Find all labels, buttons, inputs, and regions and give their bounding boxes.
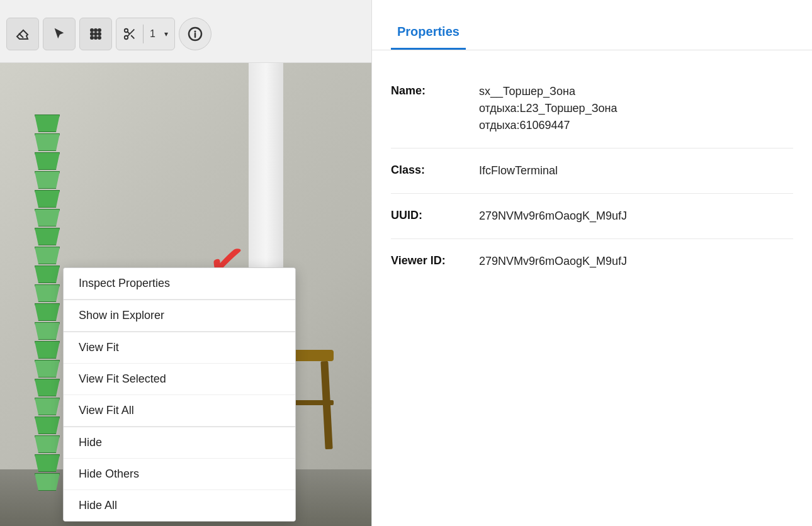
property-row-viewer-id: Viewer ID: 279NVMv9r6mOaogK_M9ufJ — [391, 239, 793, 284]
properties-panel: Properties Name: sx__Торшер_Зона отдыха:… — [371, 0, 812, 526]
svg-point-8 — [98, 36, 101, 39]
name-line2: отдыха:L23_Торшер_Зона — [479, 102, 617, 115]
property-row-uuid: UUID: 279NVMv9r6mOaogK_M9ufJ — [391, 194, 793, 239]
context-menu-item-view-fit[interactable]: View Fit — [64, 332, 295, 364]
context-menu-item-view-fit-all[interactable]: View Fit All — [64, 395, 295, 427]
context-menu-item-hide-others[interactable]: Hide Others — [64, 459, 295, 490]
info-button[interactable] — [179, 18, 211, 50]
svg-point-2 — [98, 29, 101, 31]
count-dropdown[interactable]: ▾ — [162, 18, 174, 50]
name-value: sx__Торшер_Зона отдыха:L23_Торшер_Зона о… — [479, 83, 617, 134]
name-label: Name: — [391, 83, 460, 98]
3d-viewport[interactable]: ✓ — [0, 0, 371, 526]
svg-point-6 — [91, 36, 93, 39]
property-row-name: Name: sx__Торшер_Зона отдыха:L23_Торшер_… — [391, 69, 793, 148]
svg-point-5 — [98, 33, 101, 35]
count-display: 1 — [144, 18, 162, 50]
context-menu-item-hide[interactable]: Hide — [64, 427, 295, 459]
eraser-button[interactable] — [6, 18, 39, 50]
tab-properties[interactable]: Properties — [391, 25, 466, 50]
svg-point-9 — [125, 29, 128, 33]
cut-count-split[interactable]: 1 ▾ — [116, 18, 175, 50]
select-button[interactable] — [43, 18, 76, 50]
uuid-value: 279NVMv9r6mOaogK_M9ufJ — [479, 208, 627, 225]
name-line3: отдыха:61069447 — [479, 119, 570, 132]
property-row-class: Class: IfcFlowTerminal — [391, 148, 793, 194]
svg-point-3 — [91, 33, 93, 35]
svg-point-4 — [94, 33, 97, 35]
viewer-id-label: Viewer ID: — [391, 253, 460, 267]
viewer-id-value: 279NVMv9r6mOaogK_M9ufJ — [479, 253, 627, 270]
class-label: Class: — [391, 162, 460, 177]
class-value: IfcFlowTerminal — [479, 162, 558, 179]
context-menu-item-show-in-explorer[interactable]: Show in Explorer — [64, 300, 295, 332]
svg-point-7 — [94, 36, 97, 39]
toolbar: 1 ▾ — [0, 15, 371, 53]
svg-point-10 — [125, 36, 128, 40]
svg-point-1 — [94, 29, 97, 31]
context-menu-item-view-fit-selected[interactable]: View Fit Selected — [64, 364, 295, 395]
svg-point-0 — [91, 29, 93, 31]
context-menu-item-hide-all[interactable]: Hide All — [64, 490, 295, 521]
panel-content: Name: sx__Торшер_Зона отдыха:L23_Торшер_… — [372, 50, 812, 303]
context-menu: Inspect Properties Show in Explorer View… — [63, 267, 296, 522]
scissors-icon[interactable] — [116, 18, 143, 50]
panel-tabs: Properties — [372, 0, 812, 50]
uuid-label: UUID: — [391, 208, 460, 222]
context-menu-item-inspect-properties[interactable]: Inspect Properties — [64, 268, 295, 299]
name-line1: sx__Торшер_Зона — [479, 85, 575, 98]
multiselect-button[interactable] — [79, 18, 112, 50]
